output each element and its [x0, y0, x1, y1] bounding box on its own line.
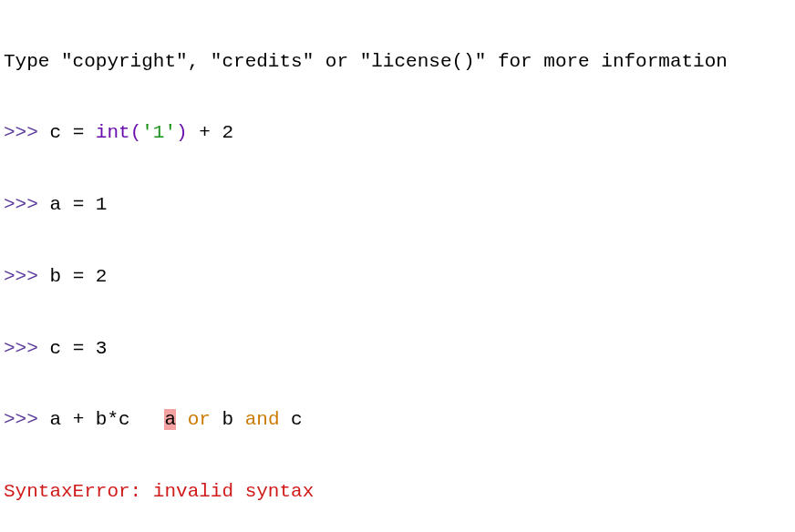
error-highlight: a [164, 409, 176, 430]
prompt: >>> [4, 266, 49, 287]
code-text: + 2 [188, 122, 233, 143]
repl-line-1: >>> c = int('1') + 2 [4, 121, 791, 145]
code-text: a + b*c [49, 409, 164, 430]
code-text [176, 409, 188, 430]
code-text: c = 3 [49, 338, 107, 359]
keyword-or: or [188, 409, 211, 430]
prompt: >>> [4, 194, 49, 215]
repl-line-5: >>> a + b*c a or b and c [4, 408, 791, 432]
code-text: b [211, 409, 245, 430]
repl-line-4: >>> c = 3 [4, 337, 791, 361]
prompt: >>> [4, 409, 49, 430]
code-text: c = [49, 122, 95, 143]
string-literal: '1' [141, 122, 176, 143]
paren: ) [176, 122, 188, 143]
prompt: >>> [4, 122, 49, 143]
repl-line-3: >>> b = 2 [4, 265, 791, 289]
repl-line-2: >>> a = 1 [4, 193, 791, 217]
prompt: >>> [4, 338, 49, 359]
python-repl[interactable]: Type "copyright", "credits" or "license(… [0, 0, 795, 532]
builtin-func: int [96, 122, 130, 143]
paren: ( [130, 122, 142, 143]
banner-line: Type "copyright", "credits" or "license(… [4, 50, 791, 74]
keyword-and: and [245, 409, 280, 430]
code-text: a = 1 [49, 194, 107, 215]
syntax-error-line: SyntaxError: invalid syntax [4, 480, 791, 504]
code-text: b = 2 [49, 266, 107, 287]
code-text: c [280, 409, 303, 430]
